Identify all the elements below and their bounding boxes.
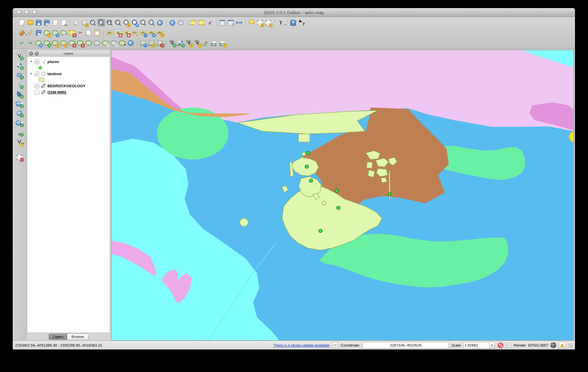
current-edits-dropdown-icon[interactable]: ▾ <box>25 34 27 36</box>
grass-edit-vector-layer-icon[interactable]: V✎ <box>194 39 201 47</box>
label-pin-icon[interactable]: ab● <box>114 29 122 37</box>
rotate-feature-icon[interactable]: ↻ <box>35 39 42 47</box>
pan-to-selection-icon[interactable]: + <box>81 19 88 27</box>
identify-features-icon[interactable]: i <box>169 19 176 27</box>
node-tool-icon[interactable]: T <box>60 29 67 37</box>
paste-features-icon[interactable] <box>93 29 101 37</box>
layer-visibility-checkbox[interactable]: ✓ <box>34 59 39 64</box>
layer-item-bedrockgeology[interactable]: ✓BEDROCKGEOLOGY <box>27 83 110 89</box>
grass-open-tools-icon[interactable]: T <box>202 39 210 47</box>
label-properties-icon[interactable]: abc✎ <box>156 29 164 37</box>
coordinate-input[interactable] <box>362 342 449 348</box>
add-postgis-layer-icon[interactable]: + <box>16 71 23 79</box>
messages-warning-icon[interactable] <box>559 342 566 349</box>
merge-features-icon[interactable]: M <box>119 39 126 47</box>
open-attribute-table-icon[interactable] <box>219 19 226 27</box>
title-bar[interactable]: QGIS 2.0.1-Dufour – wms-map <box>13 8 575 17</box>
grass-new-vector-layer-icon[interactable]: V+ <box>185 39 193 47</box>
tab-layers[interactable]: Layers <box>49 334 67 340</box>
new-bookmark-icon[interactable]: + <box>256 19 264 27</box>
split-features-icon[interactable]: ✂ <box>102 39 109 47</box>
offset-curve-icon[interactable] <box>93 39 101 47</box>
current-edits-icon[interactable]: ▾ <box>18 29 25 37</box>
text-annotation-dropdown-icon[interactable]: ▾ <box>284 23 286 26</box>
select-features-icon[interactable]: ➤ <box>189 19 197 27</box>
layer-visibility-checkbox[interactable]: ✓ <box>34 71 39 76</box>
zoom-last-icon[interactable]: ‹ <box>139 19 147 27</box>
zoom-out-icon[interactable]: − <box>97 19 105 27</box>
new-project-icon[interactable] <box>18 19 25 27</box>
undo-icon[interactable]: ↩ <box>18 39 25 47</box>
label-rotate-icon[interactable]: abc↻ <box>148 29 155 37</box>
save-layer-edits-icon[interactable]: ✎ <box>35 29 42 37</box>
deselect-features-icon[interactable] <box>198 19 205 27</box>
delete-part-icon[interactable]: × <box>77 39 84 47</box>
crs-globe-icon[interactable] <box>550 342 556 348</box>
layer-item-osm-wms[interactable]: OSM-WMS <box>27 89 110 95</box>
labeling-icon[interactable]: abc <box>106 29 113 37</box>
label-move-icon[interactable]: abc→ <box>139 29 147 37</box>
grass-new-mapset-icon[interactable]: + <box>148 39 155 47</box>
grass-close-mapset-icon[interactable]: − <box>156 39 164 47</box>
layer-visibility-checkbox[interactable]: ✓ <box>34 83 39 88</box>
tab-browser[interactable]: Browser <box>67 334 88 340</box>
zoom-next-icon[interactable]: › <box>148 19 155 27</box>
zoom-to-selection-icon[interactable]: # <box>131 19 138 27</box>
reshape-features-icon[interactable] <box>85 39 93 47</box>
add-feature-icon[interactable]: * <box>43 29 51 37</box>
open-project-icon[interactable] <box>26 19 34 27</box>
remove-layer-icon[interactable]: − <box>16 154 23 161</box>
grass-add-vector-layer-icon[interactable]: V+ <box>169 39 176 47</box>
add-part-icon[interactable]: + <box>60 39 67 47</box>
save-project-as-icon[interactable]: ✎ <box>43 19 51 27</box>
scale-input[interactable] <box>463 342 490 348</box>
help-contents-icon[interactable]: ? <box>289 19 297 27</box>
text-annotation-icon[interactable]: T▾ <box>277 19 284 27</box>
new-shapefile-layer-dropdown-icon[interactable]: ▾ <box>23 142 24 145</box>
plugin-update-link[interactable]: There is a plugin update available <box>273 343 330 347</box>
grass-display-region-icon[interactable] <box>210 39 218 47</box>
map-tips-icon[interactable] <box>248 19 255 27</box>
add-wms-layer-icon[interactable]: + <box>16 109 23 117</box>
save-project-icon[interactable] <box>35 19 42 27</box>
refresh-icon[interactable]: ↻ <box>156 19 164 27</box>
new-shapefile-layer-icon[interactable]: V*▾ <box>16 138 23 146</box>
split-parts-icon[interactable]: ✂ <box>110 39 118 47</box>
pan-map-icon[interactable] <box>72 19 80 27</box>
label-hold-icon[interactable]: ab● <box>123 29 130 37</box>
cut-features-icon[interactable]: ✂ <box>77 29 84 37</box>
show-bookmarks-icon[interactable]: • <box>265 19 272 27</box>
add-vector-layer-icon[interactable]: V+ <box>16 52 23 60</box>
resize-grip[interactable] <box>568 343 573 347</box>
expander-icon[interactable]: ▼ <box>29 72 33 75</box>
plugin-icon[interactable]: ✄ <box>332 342 338 348</box>
expander-icon[interactable]: ▼ <box>29 60 33 63</box>
scale-dropdown-icon[interactable]: ▼ <box>490 342 495 349</box>
zoom-to-layer-icon[interactable]: + <box>123 19 130 27</box>
add-spatialite-layer-icon[interactable]: ℓ+ <box>16 81 23 88</box>
add-oracle-layer-icon[interactable]: O+ <box>16 100 23 107</box>
grass-add-raster-layer-icon[interactable]: + <box>177 39 184 47</box>
rotate-point-symbols-icon[interactable]: ↻ <box>127 39 134 47</box>
layer-visibility-checkbox[interactable] <box>34 90 39 95</box>
run-feature-action-icon[interactable] <box>177 19 184 27</box>
measure-line-icon[interactable] <box>235 19 243 27</box>
redo-icon[interactable]: ↪ <box>26 39 34 47</box>
zoom-in-icon[interactable]: + <box>89 19 97 27</box>
copy-features-icon[interactable] <box>85 29 93 37</box>
add-wfs-layer-icon[interactable]: V+ <box>16 119 23 127</box>
move-feature-icon[interactable]: + <box>51 29 59 37</box>
whats-this-icon[interactable]: ? <box>298 19 305 27</box>
zoom-full-icon[interactable]: □ <box>114 19 122 27</box>
delete-ring-icon[interactable]: × <box>68 39 76 47</box>
label-toggle-display-icon[interactable]: abco <box>131 29 138 37</box>
map-canvas[interactable] <box>111 50 574 341</box>
add-raster-layer-icon[interactable]: + <box>16 62 23 69</box>
composer-manager-icon[interactable]: m <box>60 19 67 27</box>
delete-selected-icon[interactable]: × <box>68 29 76 37</box>
select-by-expression-icon[interactable]: ε <box>206 19 214 27</box>
new-print-composer-icon[interactable]: + <box>51 19 59 27</box>
add-mssql-layer-icon[interactable]: + <box>16 90 23 98</box>
layer-item-places[interactable]: ▼✓places <box>27 58 110 65</box>
grass-open-mapset-icon[interactable]: ↑ <box>139 39 147 47</box>
